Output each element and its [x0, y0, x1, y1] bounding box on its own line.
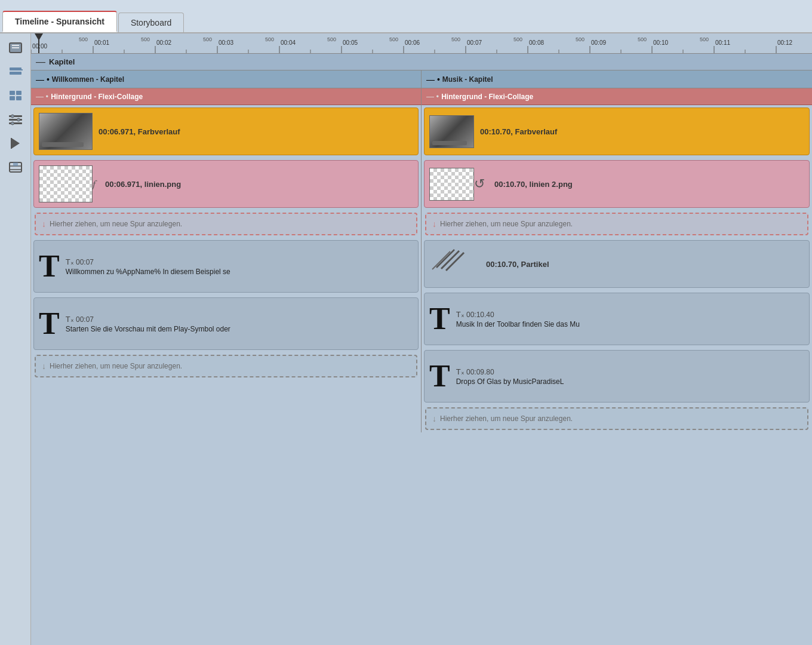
- left-image-track[interactable]: 𝑓 00:06.971, linien.png: [33, 160, 419, 208]
- right-image-thumb-img: [430, 168, 473, 200]
- right-gradient-time: 00:10.70, Farbverlauf: [480, 127, 557, 136]
- right-text-block1: T Tₓ 00:10.40 Musik In der Toolbar finde…: [422, 290, 812, 348]
- svg-text:00:00: 00:00: [32, 43, 47, 50]
- left-image-thumbnail: [39, 165, 93, 202]
- left-text-T2: T: [39, 308, 60, 339]
- svg-text:00:03: 00:03: [219, 39, 233, 46]
- left-drop-text-gray: Hierher ziehen, um neue Spur anzulegen.: [50, 362, 182, 370]
- svg-text:00:07: 00:07: [467, 39, 482, 46]
- svg-rect-9: [16, 96, 21, 100]
- right-particle-track[interactable]: 00:10.70, Partikel: [424, 240, 810, 288]
- left-gradient-thumbnail: [39, 113, 93, 150]
- chapters-grid: — • Willkommen - Kapitel — • Hintergrund…: [31, 70, 812, 432]
- left-drop-icon-red: ↓: [42, 219, 46, 229]
- right-text-T1: T: [429, 303, 450, 334]
- add-track-button[interactable]: [5, 61, 26, 82]
- right-flexi-label: Hintergrund - Flexi-Collage: [441, 93, 533, 101]
- right-particle-info: 00:10.70, Partikel: [486, 259, 549, 269]
- razor-tool-button[interactable]: [5, 37, 26, 59]
- right-chapter-header: — • Musik - Kapitel: [422, 70, 812, 88]
- left-text-block2: T Tₓ 00:07 Starten Sie die Vorschau mit …: [31, 295, 421, 352]
- left-flexi-label: Hintergrund - Flexi-Collage: [51, 93, 143, 101]
- add-track-icon: [8, 64, 23, 79]
- left-gradient-track[interactable]: 00:06.971, Farbverlauf: [33, 108, 419, 155]
- ruler-svg: // will be rendered via inline approach …: [31, 33, 812, 53]
- right-gradient-info: 00:10.70, Farbverlauf: [480, 126, 557, 137]
- svg-text:500: 500: [141, 36, 150, 42]
- svg-text:500: 500: [513, 36, 522, 42]
- left-text-desc2: Starten Sie die Vorschau mit dem Play-Sy…: [66, 325, 230, 333]
- right-text-track1[interactable]: T Tₓ 00:10.40 Musik In der Toolbar finde…: [424, 293, 810, 345]
- svg-point-13: [11, 115, 14, 118]
- options-button[interactable]: [5, 109, 26, 130]
- right-chapter-col: — • Musik - Kapitel — • Hintergrund - Fl…: [422, 70, 812, 432]
- right-gradient-thumbnail: [429, 115, 474, 148]
- left-flexi-header: — • Hintergrund - Flexi-Collage: [31, 88, 421, 105]
- chapter-label: Kapitel: [49, 57, 75, 66]
- left-gradient-info: 00:06.971, Farbverlauf: [99, 126, 180, 137]
- left-text-track1[interactable]: T Tₓ 00:07 Willkommen zu %AppName% In di…: [33, 240, 419, 293]
- chapter-dash-icon: —: [36, 57, 45, 67]
- left-text-content2: Tₓ 00:07 Starten Sie die Vorschau mit de…: [66, 315, 230, 333]
- group-track-button[interactable]: [5, 85, 26, 106]
- svg-text:500: 500: [327, 36, 336, 42]
- particle-visual: [429, 248, 474, 281]
- left-gradient-block: 00:06.971, Farbverlauf: [31, 105, 421, 158]
- svg-rect-7: [16, 91, 21, 95]
- svg-text:00:10: 00:10: [653, 39, 668, 46]
- tabs-bar: Timeline - Spuransicht Storyboard: [0, 0, 812, 33]
- right-image-block: ↺ 00:10.70, linien 2.png: [422, 158, 812, 210]
- razor-icon: [8, 41, 23, 55]
- particle-svg: [429, 248, 474, 281]
- fx-icon-left: 𝑓: [93, 178, 96, 191]
- right-drop-zone-red[interactable]: ↓ Hierher ziehen, um neue Spur anzulegen…: [425, 213, 808, 235]
- right-drop-zone-gray[interactable]: ↓ Hierher ziehen, um neue Spur anzulegen…: [425, 407, 808, 430]
- right-particle-block: 00:10.70, Partikel: [422, 238, 812, 290]
- svg-text:500: 500: [265, 36, 274, 42]
- left-text-track2[interactable]: T Tₓ 00:07 Starten Sie die Vorschau mit …: [33, 297, 419, 350]
- play-button[interactable]: [5, 133, 26, 154]
- right-gradient-thumb-bar: [432, 141, 467, 145]
- left-image-info: 00:06.971, linien.png: [105, 179, 181, 189]
- right-text-content1: Tₓ 00:10.40 Musik In der Toolbar finden …: [456, 310, 580, 328]
- right-gradient-track[interactable]: 00:10.70, Farbverlauf: [424, 108, 810, 155]
- right-text-content2: Tₓ 00:09.80 Drops Of Glas by MusicParadi…: [456, 367, 564, 386]
- svg-text:00:08: 00:08: [529, 39, 544, 46]
- right-image-thumbnail: [429, 168, 474, 201]
- left-text-time1: Tₓ 00:07: [66, 257, 230, 266]
- left-flexi-dash: — •: [36, 92, 48, 101]
- right-image-info: 00:10.70, linien 2.png: [494, 179, 573, 189]
- left-chapter-col: — • Willkommen - Kapitel — • Hintergrund…: [31, 70, 422, 432]
- svg-text:00:06: 00:06: [405, 39, 420, 46]
- main-container: // will be rendered via inline approach …: [0, 33, 812, 645]
- svg-rect-8: [10, 96, 15, 100]
- svg-point-14: [17, 118, 20, 121]
- right-flexi-dash: — •: [426, 92, 439, 101]
- right-particle-time: 00:10.70, Partikel: [486, 260, 549, 269]
- svg-point-15: [11, 122, 14, 125]
- playhead-head: [35, 33, 43, 41]
- left-drop-zone-red[interactable]: ↓ Hierher ziehen, um neue Spur anzulegen…: [35, 213, 417, 235]
- svg-rect-6: [10, 91, 15, 95]
- right-text-desc1: Musik In der Toolbar finden Sie das Mu: [456, 320, 580, 328]
- group-icon: [8, 88, 23, 103]
- trim-button[interactable]: [5, 156, 26, 178]
- left-chapter-header-label: Willkommen - Kapitel: [52, 75, 124, 84]
- right-text-time1: Tₓ 00:10.40: [456, 310, 580, 319]
- tab-storyboard[interactable]: Storyboard: [118, 13, 184, 32]
- left-drop-icon-gray: ↓: [42, 361, 46, 371]
- tab-timeline[interactable]: Timeline - Spuransicht: [2, 11, 117, 32]
- left-drop-zone-gray[interactable]: ↓ Hierher ziehen, um neue Spur anzulegen…: [35, 355, 417, 377]
- left-image-thumb-img: [39, 166, 92, 202]
- svg-marker-16: [11, 138, 20, 149]
- svg-text:00:09: 00:09: [591, 39, 606, 46]
- right-text-time2: Tₓ 00:09.80: [456, 367, 564, 376]
- loop-icon-right: ↺: [474, 176, 485, 192]
- right-image-track[interactable]: ↺ 00:10.70, linien 2.png: [424, 160, 810, 208]
- right-chapter-header-label: Musik - Kapitel: [442, 75, 493, 84]
- right-text-track2[interactable]: T Tₓ 00:09.80 Drops Of Glas by MusicPara…: [424, 350, 810, 403]
- left-gradient-thumb-bar: [42, 142, 84, 147]
- left-text-content1: Tₓ 00:07 Willkommen zu %AppName% In dies…: [66, 257, 230, 276]
- tracks-container[interactable]: — Kapitel — • Willkommen - Kapitel — • H…: [31, 54, 812, 645]
- svg-line-74: [432, 251, 450, 269]
